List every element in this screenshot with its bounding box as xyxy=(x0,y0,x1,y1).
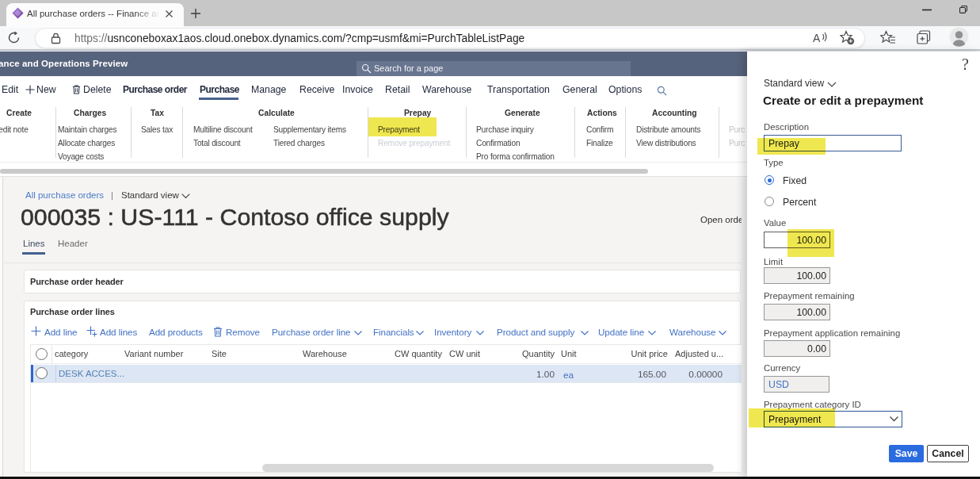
svg-text:A: A xyxy=(813,32,821,44)
